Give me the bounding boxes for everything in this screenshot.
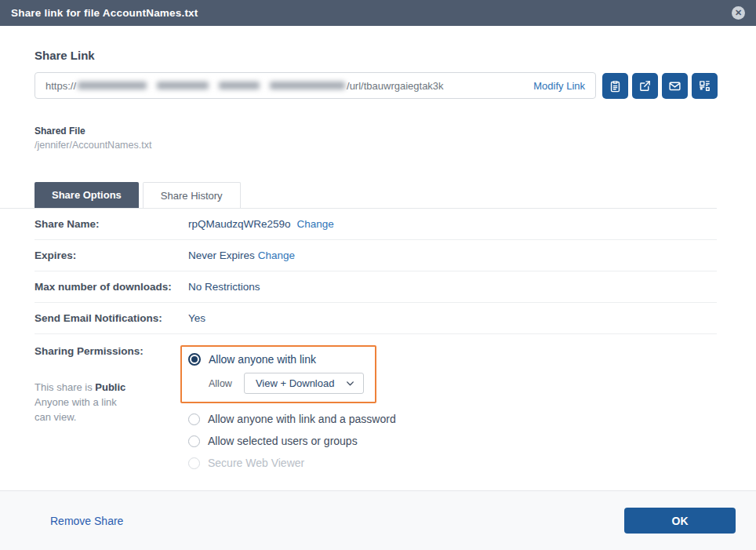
envelope-icon bbox=[668, 79, 681, 93]
expires-value: Never Expires bbox=[188, 250, 255, 261]
row-email-notifications: Send Email Notifications: Yes bbox=[35, 303, 717, 334]
dialog-titlebar: Share link for file AccountNames.txt ✕ bbox=[0, 0, 756, 26]
share-url-redacted bbox=[78, 82, 345, 89]
share-url-prefix: https:// bbox=[45, 80, 76, 92]
radio-button-selected-icon[interactable] bbox=[188, 353, 201, 366]
email-link-button[interactable] bbox=[662, 73, 688, 99]
shared-file-path: /jennifer/AccountNames.txt bbox=[35, 140, 717, 151]
tab-share-options[interactable]: Share Options bbox=[35, 182, 139, 208]
qr-code-icon bbox=[698, 79, 711, 93]
row-share-name: Share Name: rpQMaudzqWRe259o Change bbox=[35, 209, 717, 240]
radio-allow-anyone-with-link[interactable]: Allow anyone with link bbox=[188, 353, 364, 366]
dialog-title: Share link for file AccountNames.txt bbox=[11, 7, 198, 19]
radio-button-icon[interactable] bbox=[188, 413, 200, 425]
clipboard-icon bbox=[609, 79, 622, 93]
share-name-label: Share Name: bbox=[35, 218, 188, 230]
max-downloads-value: No Restrictions bbox=[188, 281, 260, 293]
modify-link-button[interactable]: Modify Link bbox=[533, 80, 585, 92]
open-link-button[interactable] bbox=[632, 73, 658, 99]
permission-level-value: View + Download bbox=[256, 377, 335, 389]
dialog-footer: Remove Share OK bbox=[0, 490, 756, 550]
radio-label: Allow anyone with link bbox=[209, 353, 316, 366]
radio-secure-web-viewer: Secure Web Viewer bbox=[188, 457, 396, 469]
chevron-down-icon bbox=[345, 378, 355, 388]
share-name-value: rpQMaudzqWRe259o bbox=[188, 218, 291, 230]
row-sharing-permissions: Sharing Permissions: This share is Publi… bbox=[35, 334, 717, 479]
radio-label: Allow anyone with link and a password bbox=[208, 413, 396, 425]
qr-code-button[interactable] bbox=[692, 73, 718, 99]
radio-button-icon[interactable] bbox=[188, 435, 200, 447]
share-url-suffix: /url/tbauwrgaiegtak3k bbox=[347, 80, 444, 92]
allow-label: Allow bbox=[209, 378, 232, 389]
share-visibility-note: This share is Public Anyone with a link … bbox=[35, 381, 188, 425]
expires-change-link[interactable]: Change bbox=[258, 250, 295, 261]
share-link-heading: Share Link bbox=[35, 49, 717, 62]
radio-label: Allow selected users or groups bbox=[208, 435, 358, 447]
radio-allow-anyone-with-password[interactable]: Allow anyone with link and a password bbox=[188, 413, 396, 425]
email-notifications-label: Send Email Notifications: bbox=[35, 312, 188, 324]
radio-label: Secure Web Viewer bbox=[208, 457, 304, 469]
close-icon[interactable]: ✕ bbox=[732, 6, 745, 20]
external-link-icon bbox=[638, 79, 652, 93]
radio-button-disabled-icon bbox=[188, 457, 200, 469]
shared-file-label: Shared File bbox=[35, 126, 717, 137]
permission-level-dropdown[interactable]: View + Download bbox=[244, 373, 365, 394]
share-name-change-link[interactable]: Change bbox=[297, 218, 334, 230]
tab-share-history[interactable]: Share History bbox=[143, 182, 241, 208]
row-expires: Expires: Never Expires Change bbox=[35, 240, 717, 271]
share-url-field[interactable]: https:// /url/tbauwrgaiegtak3k Modify Li… bbox=[35, 72, 596, 99]
email-notifications-value: Yes bbox=[188, 312, 205, 324]
max-downloads-label: Max number of downloads: bbox=[35, 281, 188, 293]
ok-button[interactable]: OK bbox=[624, 508, 736, 534]
highlight-box: Allow anyone with link Allow View + Down… bbox=[180, 345, 376, 403]
tab-bar: Share Options Share History bbox=[0, 182, 717, 209]
radio-allow-selected-users[interactable]: Allow selected users or groups bbox=[188, 435, 396, 447]
remove-share-link[interactable]: Remove Share bbox=[50, 515, 123, 527]
expires-label: Expires: bbox=[35, 250, 188, 261]
row-max-downloads: Max number of downloads: No Restrictions bbox=[35, 271, 717, 303]
dialog-body: Share Link https:// /url/tbauwrgaiegtak3… bbox=[0, 26, 756, 490]
copy-link-button[interactable] bbox=[602, 73, 628, 99]
sharing-permissions-label: Sharing Permissions: bbox=[35, 345, 188, 357]
